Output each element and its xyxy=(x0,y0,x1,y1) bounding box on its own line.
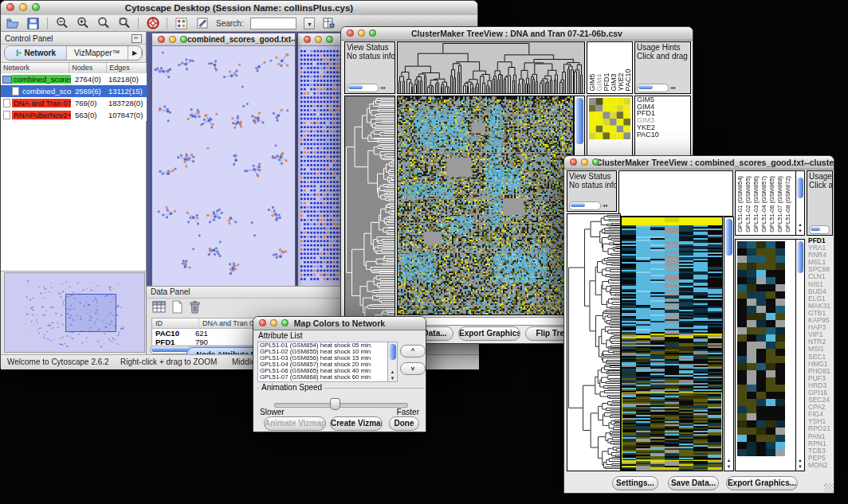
gene-label[interactable]: NTR2 xyxy=(807,338,833,346)
zoom-button[interactable] xyxy=(32,3,40,11)
view-status-scrollbar[interactable]: ◂▸ xyxy=(569,201,609,209)
gene-label[interactable]: MSL1 xyxy=(807,259,833,266)
heatmap-panel[interactable] xyxy=(621,217,723,471)
treeview-button[interactable]: Settings... xyxy=(612,476,658,490)
gene-label[interactable]: GPI16 xyxy=(807,389,833,397)
treeview-button[interactable]: Export Graphics... xyxy=(726,476,798,490)
gene-label[interactable]: MAK31 xyxy=(807,303,833,310)
view-status-scrollbar[interactable]: ◂▸ xyxy=(347,84,387,92)
close-button[interactable] xyxy=(6,3,14,11)
column-edges[interactable]: Edges xyxy=(107,63,147,73)
attribute-table-icon[interactable] xyxy=(152,300,166,317)
annotation-icon[interactable] xyxy=(195,17,209,30)
treeview2-titlebar[interactable]: ClusterMaker TreeView : combined_scores_… xyxy=(564,156,834,170)
gene-label[interactable]: RPN1 xyxy=(807,440,833,447)
zoom-heatmap-canvas[interactable] xyxy=(737,241,785,456)
usage-hints-scrollbar[interactable] xyxy=(809,225,830,233)
minimize-button[interactable] xyxy=(270,319,277,326)
gene-label[interactable]: PFD1 xyxy=(807,237,833,244)
scrollbar-track[interactable] xyxy=(637,84,669,92)
gene-label[interactable]: PAN1 xyxy=(807,433,833,440)
zoom-button[interactable] xyxy=(180,36,187,43)
search-dropdown-button[interactable]: ▼ xyxy=(304,18,315,29)
search-input[interactable] xyxy=(250,18,296,29)
import-table-icon[interactable] xyxy=(322,17,336,30)
scrollbar-track[interactable] xyxy=(809,225,830,234)
column-label[interactable]: GPL51-07 (GSM868) xyxy=(777,171,785,232)
attribute-item[interactable]: GPL51-07 (GSM868) heat shock 60 min xyxy=(258,374,397,381)
scrollbar-thumb[interactable] xyxy=(725,219,732,256)
minimize-button[interactable] xyxy=(358,29,365,37)
overview-viewport-rect[interactable] xyxy=(65,294,116,332)
column-nodes[interactable]: Nodes xyxy=(69,63,107,73)
main-titlebar[interactable]: Cytoscape Desktop (Session Name: collins… xyxy=(1,1,477,16)
gene-label[interactable]: MON2 xyxy=(807,462,833,469)
scrollbar-thumb[interactable] xyxy=(638,85,653,89)
new-attribute-icon[interactable] xyxy=(171,300,183,317)
dialog-button[interactable]: Done xyxy=(389,416,419,431)
column-label[interactable]: GIM5 xyxy=(589,42,596,91)
gene-label[interactable]: TCB3 xyxy=(807,447,833,455)
network-window-combined-scores[interactable]: combined_scores_good.txt--cluste... xyxy=(151,33,296,286)
column-label[interactable]: GPL51-08 (GSM872) xyxy=(785,171,793,232)
row-dendrogram-panel[interactable] xyxy=(344,96,395,325)
minimize-button[interactable] xyxy=(19,3,27,11)
open-file-icon[interactable] xyxy=(6,17,19,30)
column-label[interactable]: GIM4 xyxy=(596,42,603,91)
row-dendrogram-canvas[interactable] xyxy=(345,96,395,324)
tab-vizmapper[interactable]: VizMapper™ xyxy=(67,46,129,60)
column-label[interactable]: GPL51-04 (GSM857) xyxy=(761,171,769,232)
gene-label[interactable]: VIP1 xyxy=(807,331,833,338)
gene-label[interactable]: FIG4 xyxy=(807,411,833,418)
help-lifering-icon[interactable] xyxy=(146,17,159,30)
zoom-fit-icon[interactable] xyxy=(96,17,110,30)
scroll-arrows-icon[interactable]: ◂▸ xyxy=(670,84,677,92)
scrollbar-thumb[interactable] xyxy=(348,85,363,89)
gene-label[interactable]: SPC98 xyxy=(807,266,833,273)
gene-label[interactable]: HMG1 xyxy=(807,361,833,368)
animation-speed-slider-thumb[interactable] xyxy=(330,398,340,410)
scrollbar-thumb[interactable] xyxy=(811,227,820,231)
heatmap-vscrollbar[interactable]: ▲ ▼ xyxy=(724,217,734,471)
close-button[interactable] xyxy=(304,36,311,43)
gene-label[interactable]: CLN1 xyxy=(807,273,833,280)
treeview-button[interactable]: Save Data... xyxy=(668,476,719,490)
float-panel-icon[interactable] xyxy=(132,34,142,43)
dialog-titlebar[interactable]: Map Colors to Network xyxy=(253,317,426,330)
column-label[interactable]: PFD1 xyxy=(603,42,610,91)
column-label[interactable]: YKE2 xyxy=(618,42,625,91)
column-label[interactable]: GPL51-01 (GSM854) xyxy=(737,171,745,232)
zoom-button[interactable] xyxy=(326,36,333,43)
close-button[interactable] xyxy=(570,158,577,166)
zoom-selected-icon[interactable] xyxy=(117,17,131,30)
scrollbar-track[interactable] xyxy=(347,84,379,92)
scroll-up-icon[interactable]: ▲ xyxy=(724,458,733,463)
gene-label[interactable]: SEC1 xyxy=(807,354,833,361)
vizmapper-icon[interactable] xyxy=(175,17,188,30)
zoom-matrix-canvas[interactable] xyxy=(589,98,630,139)
network-row[interactable]: DNA and Tran 07 769(0) 183728(0) xyxy=(1,97,147,109)
network-overview-panel[interactable] xyxy=(4,272,145,353)
zoom-vscrollbar[interactable]: ▲ ▼ xyxy=(795,240,804,471)
scroll-down-icon[interactable]: ▼ xyxy=(724,464,733,470)
attribute-list-scrollbar[interactable]: ▲ ▼ xyxy=(387,342,397,381)
treeview-button[interactable]: Export Graphics... xyxy=(458,326,520,341)
gene-label[interactable]: GTB1 xyxy=(807,310,833,317)
zoom-button[interactable] xyxy=(369,29,376,37)
column-label[interactable]: GIM3 xyxy=(610,42,618,91)
minimize-button[interactable] xyxy=(315,36,322,43)
scroll-down-icon[interactable]: ▼ xyxy=(796,464,804,470)
move-up-button[interactable]: ^ xyxy=(400,345,426,357)
row-dendrogram-canvas[interactable] xyxy=(567,214,620,471)
gene-label[interactable]: YRA1 xyxy=(807,244,833,252)
heatmap-canvas[interactable] xyxy=(398,96,573,315)
minimize-button[interactable] xyxy=(169,36,176,43)
scroll-down-icon[interactable]: ▼ xyxy=(388,376,397,381)
gene-label[interactable]: MSI1 xyxy=(807,346,833,353)
scrollbar-thumb[interactable] xyxy=(389,344,396,360)
tab-network[interactable]: Network xyxy=(5,46,67,60)
save-icon[interactable] xyxy=(26,17,40,30)
column-id[interactable]: ID xyxy=(152,318,199,328)
network-row[interactable]: combined_sco 2569(6) 13112(15) xyxy=(1,85,147,97)
close-button[interactable] xyxy=(259,319,266,326)
